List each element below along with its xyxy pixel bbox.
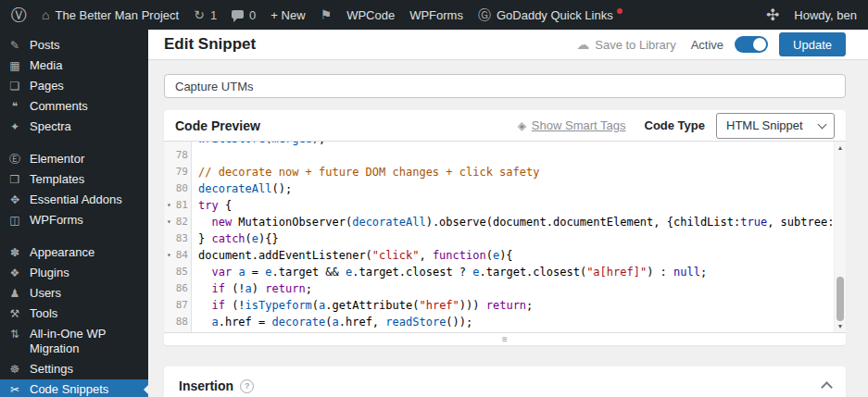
templates-icon: ❒ bbox=[7, 172, 22, 187]
help-icon[interactable]: ? bbox=[240, 379, 254, 393]
fold-arrow-icon[interactable]: ▾ bbox=[164, 214, 174, 230]
scroll-down-icon[interactable]: ▼ bbox=[835, 320, 846, 332]
code-type-value: HTML Snippet bbox=[726, 118, 803, 132]
collapse-section-icon[interactable] bbox=[821, 381, 833, 393]
line-number: 83 bbox=[174, 230, 192, 247]
pages-icon: ❏ bbox=[7, 79, 22, 93]
code-snippets-icon: ✂ bbox=[7, 382, 22, 397]
sidebar-item-essential-addons[interactable]: ✥Essential Addons bbox=[0, 190, 148, 210]
updates-icon: ↻ bbox=[194, 8, 205, 21]
code-line[interactable]: 85 var a = e.target && e.target.closest … bbox=[164, 264, 834, 280]
code-line[interactable]: 89}); bbox=[164, 330, 834, 332]
active-toggle[interactable] bbox=[735, 36, 768, 53]
comments-menu[interactable]: 0 bbox=[232, 8, 256, 22]
new-content-label: + New bbox=[270, 8, 305, 22]
sidebar-item-wpforms[interactable]: ◫WPForms bbox=[0, 210, 148, 230]
code-line[interactable]: 83} catch(e){} bbox=[164, 230, 834, 247]
sidebar-item-label: Settings bbox=[30, 362, 73, 377]
editor-resize-handle[interactable]: ≡ bbox=[164, 333, 846, 345]
line-gutter: ▾82 bbox=[164, 214, 192, 230]
line-gutter: ▾84 bbox=[164, 247, 192, 264]
sidebar-item-elementor[interactable]: ⒺElementor bbox=[0, 149, 148, 169]
code-line[interactable]: ▾82 new MutationObserver(decorateAll).ob… bbox=[164, 214, 834, 230]
toggle-knob bbox=[753, 38, 766, 51]
fold-arrow-icon[interactable]: ▾ bbox=[164, 247, 174, 264]
sidebar-item-label: Code Snippets bbox=[30, 382, 108, 397]
snippet-title-input[interactable] bbox=[164, 74, 846, 98]
appearance-icon: ✽ bbox=[7, 245, 22, 260]
new-content-menu[interactable]: + New bbox=[270, 8, 305, 22]
editor-vscrollbar[interactable]: ▲ ▼ bbox=[834, 142, 846, 332]
line-number: 81 bbox=[174, 197, 192, 214]
show-smart-tags-button[interactable]: ◈ Show Smart Tags bbox=[518, 118, 626, 132]
sidebar-item-label: WPForms bbox=[30, 213, 83, 228]
line-number: 85 bbox=[174, 264, 192, 280]
sidebar-item-posts[interactable]: ✎Posts bbox=[0, 35, 148, 56]
sidebar-item-label: Users bbox=[30, 286, 61, 301]
code-line[interactable]: 79// decorate now + future DOM changes +… bbox=[164, 164, 834, 180]
wpforms-menu[interactable]: WPForms bbox=[409, 8, 463, 22]
save-to-library-label: Save to Library bbox=[595, 38, 675, 52]
page-title: Edit Snippet bbox=[164, 35, 256, 54]
media-icon: ▦ bbox=[7, 58, 22, 73]
code-type-select[interactable]: HTML Snippet bbox=[716, 113, 835, 139]
sidebar-item-settings[interactable]: ☸Settings bbox=[0, 359, 148, 379]
wordpress-logo-menu[interactable]: Ⓥ bbox=[11, 7, 27, 23]
sidebar-item-label: Spectra bbox=[30, 119, 71, 134]
sidebar-item-label: Media bbox=[30, 58, 62, 73]
sidebar-item-spectra[interactable]: ✦Spectra bbox=[0, 117, 148, 137]
code-line[interactable]: 88 a.href = decorate(a.href, readStore()… bbox=[164, 314, 834, 330]
line-gutter: 79 bbox=[164, 164, 192, 180]
code-line[interactable]: ▾81try { bbox=[164, 197, 834, 214]
code-scroll-area: 77writeStore(merged);7879// decorate now… bbox=[164, 142, 834, 332]
godaddy-menu[interactable]: Ⓖ GoDaddy Quick Links bbox=[478, 8, 623, 22]
wpcode-label: WPCode bbox=[346, 8, 395, 22]
sidebar-separator bbox=[0, 137, 148, 149]
sidebar-menu: ✎Posts▦Media❏Pages❝Comments✦SpectraⒺElem… bbox=[0, 30, 148, 397]
code-type-label: Code Type bbox=[645, 118, 706, 132]
scroll-up-icon[interactable]: ▲ bbox=[835, 142, 846, 154]
migration-icon: ⇅ bbox=[7, 327, 22, 341]
save-to-library-button[interactable]: ☁ Save to Library bbox=[576, 37, 675, 52]
sidebar-item-comments[interactable]: ❝Comments bbox=[0, 96, 148, 117]
code-line[interactable]: ▾84document.addEventListener("click", fu… bbox=[164, 247, 834, 264]
wpcode-menu[interactable]: WPCode bbox=[346, 8, 395, 22]
fold-arrow-icon[interactable]: ▾ bbox=[164, 197, 174, 214]
sidebar-item-templates[interactable]: ❒Templates bbox=[0, 169, 148, 190]
sidebar-item-code-snippets[interactable]: ✂Code Snippets bbox=[0, 379, 148, 397]
code-line[interactable]: 78 bbox=[164, 147, 834, 164]
sidebar-item-users[interactable]: ♟Users bbox=[0, 283, 148, 304]
site-name: The Better Man Project bbox=[55, 8, 179, 22]
admin-bar: Ⓥ ⌂ The Better Man Project ↻ 1 0 + New ⚑… bbox=[0, 0, 868, 30]
sidebar-item-appearance[interactable]: ✽Appearance bbox=[0, 242, 148, 263]
line-gutter: 89 bbox=[164, 330, 192, 332]
sidebar-item-media[interactable]: ▦Media bbox=[0, 56, 148, 76]
code-line[interactable]: 80decorateAll(); bbox=[164, 180, 834, 197]
comments-icon: ❝ bbox=[7, 99, 22, 114]
code-lines: 77writeStore(merged);7879// decorate now… bbox=[164, 142, 834, 332]
settings-icon: ☸ bbox=[7, 362, 22, 377]
sidebar-item-label: Plugins bbox=[30, 266, 69, 280]
sidebar-item-all-in-one-wp-migration[interactable]: ⇅All-in-One WP Migration bbox=[0, 324, 148, 359]
insertion-card: Insertion ? bbox=[164, 366, 846, 397]
sidebar-item-pages[interactable]: ❏Pages bbox=[0, 76, 148, 96]
plugin-flag-menu[interactable]: ⚑ bbox=[321, 8, 333, 21]
account-menu[interactable]: Howdy, ben bbox=[794, 8, 857, 22]
spectra-icon: ✦ bbox=[7, 119, 22, 134]
line-number: 86 bbox=[174, 280, 192, 297]
code-editor[interactable]: 77writeStore(merged);7879// decorate now… bbox=[164, 141, 846, 333]
updates-menu[interactable]: ↻ 1 bbox=[194, 8, 217, 22]
quick-actions-menu[interactable]: ✣ bbox=[766, 7, 779, 23]
scrollbar-thumb[interactable] bbox=[837, 277, 844, 320]
site-name-menu[interactable]: ⌂ The Better Man Project bbox=[42, 8, 179, 22]
cloud-icon: ☁ bbox=[576, 37, 589, 52]
line-number: 84 bbox=[174, 247, 192, 264]
code-line[interactable]: 87 if (!isTypeform(a.getAttribute("href"… bbox=[164, 297, 834, 314]
code-preview-card: Code Preview ◈ Show Smart Tags Code Type… bbox=[164, 110, 846, 345]
code-line[interactable]: 86 if (!a) return; bbox=[164, 280, 834, 297]
sidebar-item-tools[interactable]: ⚒Tools bbox=[0, 304, 148, 324]
update-button[interactable]: Update bbox=[779, 32, 846, 56]
sidebar-item-plugins[interactable]: ❖Plugins bbox=[0, 263, 148, 283]
line-gutter: 86 bbox=[164, 280, 192, 297]
line-number: 79 bbox=[174, 164, 192, 180]
